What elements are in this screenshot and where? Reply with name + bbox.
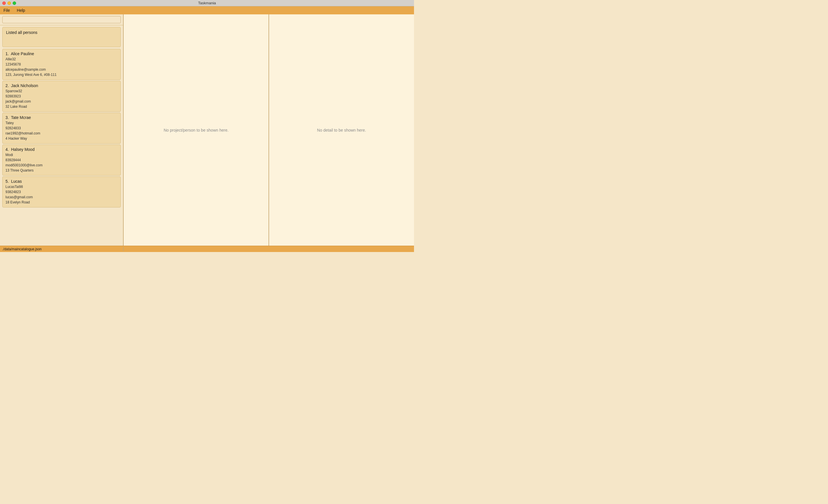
maximize-button[interactable] xyxy=(13,1,16,5)
person-address-5: 18 Evelyn Road xyxy=(5,200,118,205)
right-panel: No detail to be shown here. xyxy=(269,14,414,246)
person-email-2: jack@gmail.com xyxy=(5,99,118,104)
person-username-2: Sparrow32 xyxy=(5,89,118,94)
person-phone-1: 12345678 xyxy=(5,62,118,67)
search-input[interactable] xyxy=(2,16,121,23)
close-button[interactable] xyxy=(2,1,6,5)
person-email-3: rae1992@hotmail.com xyxy=(5,131,118,136)
app-container: File Help Listed all persons 1. Alice Pa… xyxy=(0,6,414,252)
person-address-3: 4 Hacker Way xyxy=(5,136,118,141)
right-empty-message: No detail to be shown here. xyxy=(317,128,366,133)
person-card-1[interactable]: 1. Alice Pauline Allie32 12345678 alicep… xyxy=(2,49,121,80)
person-username-5: LucasTai98 xyxy=(5,184,118,189)
person-phone-5: 93824823 xyxy=(5,189,118,194)
person-address-1: 123, Jurong West Ave 6, #08-111 xyxy=(5,72,118,77)
status-bar: ./data/maincatalogue.json xyxy=(0,246,414,252)
person-username-1: Allie32 xyxy=(5,57,118,62)
person-email-4: modi5001000@live.com xyxy=(5,163,118,168)
person-card-3[interactable]: 3. Tate Mcrae Tatey 92824833 rae1992@hot… xyxy=(2,112,121,144)
person-email-5: lucas@gmail.com xyxy=(5,194,118,200)
window-title: Taskmania xyxy=(198,1,216,5)
help-menu[interactable]: Help xyxy=(16,7,27,13)
minimize-button[interactable] xyxy=(7,1,11,5)
middle-panel: No project/person to be shown here. xyxy=(124,14,269,246)
status-message: Listed all persons xyxy=(6,30,37,35)
person-name-5: 5. Lucas xyxy=(5,179,118,184)
person-card-4[interactable]: 4. Halsey Mood Modi 83928444 modi5001000… xyxy=(2,144,121,176)
traffic-lights xyxy=(2,1,16,5)
person-name-1: 1. Alice Pauline xyxy=(5,51,118,56)
menu-bar: File Help xyxy=(0,6,414,14)
person-name-3: 3. Tate Mcrae xyxy=(5,115,118,120)
person-phone-2: 92883923 xyxy=(5,94,118,99)
title-bar: Taskmania xyxy=(0,0,414,6)
middle-empty-message: No project/person to be shown here. xyxy=(164,128,229,133)
left-panel: Listed all persons 1. Alice Pauline Alli… xyxy=(0,14,124,246)
person-card-2[interactable]: 2. Jack Nicholson Sparrow32 92883923 jac… xyxy=(2,81,121,112)
person-address-2: 32 Lake Road xyxy=(5,104,118,109)
main-area: Listed all persons 1. Alice Pauline Alli… xyxy=(0,14,414,246)
person-email-1: alicepauline@sample.com xyxy=(5,67,118,72)
person-list: 1. Alice Pauline Allie32 12345678 alicep… xyxy=(0,49,123,246)
person-address-4: 13 Three Quarters xyxy=(5,168,118,173)
person-name-4: 4. Halsey Mood xyxy=(5,147,118,152)
search-container xyxy=(0,14,123,25)
person-phone-3: 92824833 xyxy=(5,126,118,131)
status-box: Listed all persons xyxy=(2,27,121,47)
person-name-2: 2. Jack Nicholson xyxy=(5,83,118,88)
person-phone-4: 83928444 xyxy=(5,157,118,163)
person-username-4: Modi xyxy=(5,152,118,157)
status-bar-path: ./data/maincatalogue.json xyxy=(0,247,124,251)
person-username-3: Tatey xyxy=(5,121,118,126)
file-menu[interactable]: File xyxy=(2,7,11,13)
person-card-5[interactable]: 5. Lucas LucasTai98 93824823 lucas@gmail… xyxy=(2,176,121,208)
